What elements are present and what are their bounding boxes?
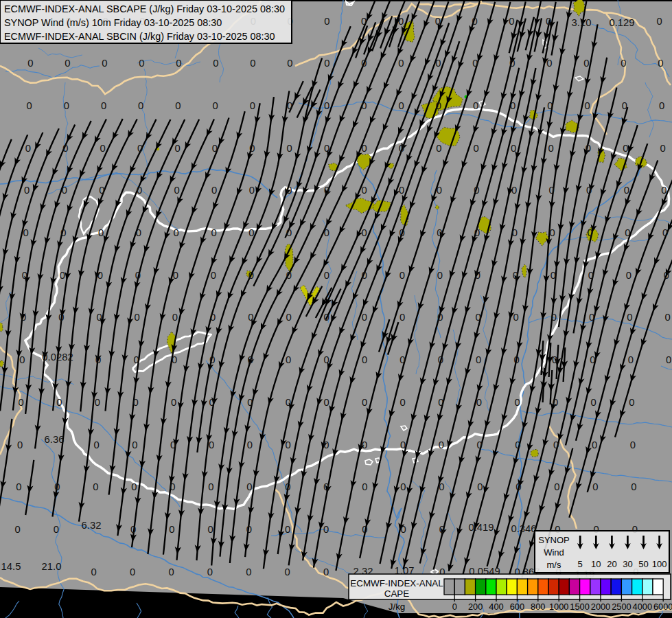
svg-text:0: 0 xyxy=(97,270,103,281)
svg-text:0: 0 xyxy=(592,439,597,450)
svg-text:0: 0 xyxy=(250,100,255,111)
svg-text:0: 0 xyxy=(60,270,65,281)
svg-text:0: 0 xyxy=(664,270,669,281)
svg-text:0: 0 xyxy=(209,439,214,450)
svg-text:0: 0 xyxy=(551,312,557,323)
svg-text:0: 0 xyxy=(136,227,141,238)
svg-text:0.129: 0.129 xyxy=(609,17,634,28)
svg-text:0: 0 xyxy=(436,143,441,154)
svg-text:ECMWF-INDEX-ANAL SBCAPE (J/kg): ECMWF-INDEX-ANAL SBCAPE (J/kg) Friday 03… xyxy=(4,3,285,14)
svg-text:6.36: 6.36 xyxy=(45,434,65,445)
svg-text:0: 0 xyxy=(96,312,102,323)
svg-text:0: 0 xyxy=(589,312,594,323)
svg-text:0: 0 xyxy=(207,566,213,577)
svg-text:400: 400 xyxy=(489,602,503,612)
svg-text:0: 0 xyxy=(323,524,329,535)
svg-text:0: 0 xyxy=(398,100,404,111)
svg-text:0: 0 xyxy=(361,100,367,111)
svg-text:0: 0 xyxy=(323,481,329,492)
svg-text:0: 0 xyxy=(91,566,97,577)
svg-text:0: 0 xyxy=(324,100,329,111)
svg-text:0: 0 xyxy=(93,439,99,450)
svg-text:m/s: m/s xyxy=(547,560,561,570)
svg-text:0: 0 xyxy=(25,143,31,154)
svg-text:50: 50 xyxy=(638,559,648,569)
svg-text:0: 0 xyxy=(286,354,291,365)
svg-text:0: 0 xyxy=(400,481,406,492)
svg-text:0: 0 xyxy=(169,524,174,535)
svg-text:0: 0 xyxy=(546,58,552,69)
svg-text:0: 0 xyxy=(361,143,367,154)
svg-text:5: 5 xyxy=(578,559,583,569)
svg-text:0: 0 xyxy=(211,185,217,196)
svg-text:0: 0 xyxy=(132,397,138,408)
svg-text:0: 0 xyxy=(474,185,479,196)
svg-text:0: 0 xyxy=(132,439,137,450)
svg-text:30: 30 xyxy=(623,559,632,569)
svg-text:0: 0 xyxy=(629,397,634,408)
svg-text:0: 0 xyxy=(588,270,594,281)
svg-text:0: 0 xyxy=(399,227,404,238)
svg-text:0: 0 xyxy=(587,227,592,238)
svg-text:0: 0 xyxy=(324,58,329,69)
svg-text:ECMWF-INDEX-ANAL: ECMWF-INDEX-ANAL xyxy=(350,578,443,588)
svg-text:0: 0 xyxy=(400,397,406,408)
svg-text:0: 0 xyxy=(513,270,518,281)
svg-text:0: 0 xyxy=(547,100,553,111)
svg-text:0: 0 xyxy=(546,16,551,27)
svg-text:0: 0 xyxy=(553,439,559,450)
svg-text:0: 0 xyxy=(436,100,441,111)
svg-text:0: 0 xyxy=(23,227,28,238)
svg-text:0: 0 xyxy=(664,312,670,323)
svg-text:0: 0 xyxy=(19,397,24,408)
svg-text:0: 0 xyxy=(174,227,179,238)
svg-text:0: 0 xyxy=(93,481,98,492)
svg-text:0: 0 xyxy=(362,524,367,535)
svg-text:0: 0 xyxy=(437,312,443,323)
svg-text:0: 0 xyxy=(362,312,367,323)
svg-text:0: 0 xyxy=(583,58,589,69)
svg-text:0: 0 xyxy=(139,58,144,69)
svg-text:0: 0 xyxy=(361,185,367,196)
svg-text:0: 0 xyxy=(248,354,253,365)
svg-text:0: 0 xyxy=(586,185,592,196)
svg-text:0: 0 xyxy=(24,185,30,196)
svg-text:0.346: 0.346 xyxy=(511,523,536,534)
svg-text:0: 0 xyxy=(475,270,480,281)
svg-text:0: 0 xyxy=(476,354,481,365)
svg-text:0: 0 xyxy=(286,312,291,323)
svg-text:0: 0 xyxy=(438,354,443,365)
svg-text:0: 0 xyxy=(662,227,668,238)
svg-text:0: 0 xyxy=(62,143,68,154)
svg-text:0: 0 xyxy=(324,143,329,154)
svg-text:0: 0 xyxy=(552,354,557,365)
svg-text:0.0282: 0.0282 xyxy=(42,352,73,363)
svg-text:0: 0 xyxy=(511,143,516,154)
svg-text:0: 0 xyxy=(476,397,482,408)
svg-text:0: 0 xyxy=(551,270,556,281)
svg-text:0: 0 xyxy=(452,602,457,612)
svg-text:0: 0 xyxy=(513,354,519,365)
svg-text:0: 0 xyxy=(98,227,104,238)
svg-text:0: 0 xyxy=(95,354,101,365)
svg-text:0: 0 xyxy=(435,58,441,69)
svg-text:0: 0 xyxy=(16,481,21,492)
svg-text:0: 0 xyxy=(324,16,329,27)
svg-text:0: 0 xyxy=(621,58,626,69)
svg-text:J/kg: J/kg xyxy=(389,602,406,612)
svg-text:0: 0 xyxy=(584,100,590,111)
svg-text:ECMWF-INDEX-ANAL SBCIN (J/kg): ECMWF-INDEX-ANAL SBCIN (J/kg) Friday 03-… xyxy=(4,31,275,42)
svg-text:0: 0 xyxy=(60,227,66,238)
svg-text:CAPE: CAPE xyxy=(384,588,410,599)
svg-text:0: 0 xyxy=(170,439,176,450)
svg-text:0: 0 xyxy=(324,312,329,323)
svg-text:0: 0 xyxy=(137,143,143,154)
svg-text:600: 600 xyxy=(510,602,524,612)
svg-text:200: 200 xyxy=(468,602,483,612)
svg-text:0: 0 xyxy=(510,100,515,111)
svg-text:3.10: 3.10 xyxy=(572,17,592,28)
svg-text:0: 0 xyxy=(27,58,33,69)
svg-text:0: 0 xyxy=(285,524,290,535)
svg-text:0: 0 xyxy=(362,270,367,281)
svg-text:0: 0 xyxy=(135,270,141,281)
